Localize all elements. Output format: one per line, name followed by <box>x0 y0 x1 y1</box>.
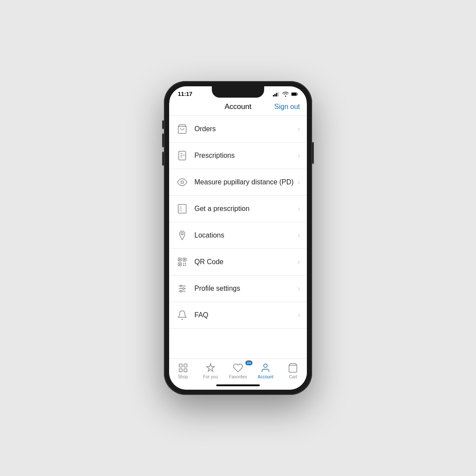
locations-chevron: › <box>298 231 300 239</box>
wifi-icon <box>282 92 289 97</box>
menu-item-get-prescription[interactable]: E FP TOZ Get a prescription › <box>169 196 307 222</box>
sign-out-button[interactable]: Sign out <box>274 103 300 111</box>
get-prescription-chevron: › <box>298 205 300 213</box>
shop-tab-icon <box>177 362 189 374</box>
profile-settings-label: Profile settings <box>194 285 298 292</box>
page-title: Account <box>224 102 251 111</box>
prescriptions-label: Prescriptions <box>194 152 298 160</box>
qr-code-label: QR Code <box>194 258 298 266</box>
svg-rect-30 <box>184 369 187 372</box>
svg-rect-2 <box>276 93 277 96</box>
tab-bar: Shop For you 24 Favorites <box>169 358 307 381</box>
svg-rect-28 <box>184 364 187 367</box>
svg-point-9 <box>181 181 184 184</box>
orders-chevron: › <box>298 125 300 133</box>
svg-rect-3 <box>278 92 279 96</box>
shop-tab-label: Shop <box>178 374 188 379</box>
tab-shop[interactable]: Shop <box>171 362 195 379</box>
svg-rect-29 <box>179 369 182 372</box>
svg-text:Rx: Rx <box>183 153 187 157</box>
battery-icon <box>291 92 298 97</box>
menu-item-faq[interactable]: FAQ › <box>169 302 307 329</box>
signal-icon <box>273 92 280 97</box>
home-bar <box>216 384 260 386</box>
qr-code-chevron: › <box>298 258 300 266</box>
favorites-badge: 24 <box>245 360 253 365</box>
faq-label: FAQ <box>194 311 298 319</box>
location-icon <box>176 229 188 241</box>
notch <box>212 86 264 98</box>
cart-tab-icon <box>287 362 299 374</box>
svg-rect-0 <box>273 95 274 96</box>
account-tab-icon <box>260 362 271 374</box>
svg-point-31 <box>264 364 267 367</box>
sliders-icon <box>176 282 188 295</box>
qr-icon <box>176 256 188 268</box>
svg-rect-18 <box>179 259 180 260</box>
svg-rect-19 <box>184 259 185 260</box>
menu-item-prescriptions[interactable]: Rx Prescriptions › <box>169 143 307 169</box>
heart-tab-icon <box>232 362 244 374</box>
sparkle-tab-icon <box>205 362 216 374</box>
eye-chart-icon: E FP TOZ <box>176 203 188 215</box>
menu-item-pupillary-distance[interactable]: Measure pupillary distance (PD) › <box>169 169 307 196</box>
menu-item-orders[interactable]: Orders › <box>169 116 307 143</box>
faq-chevron: › <box>298 311 300 319</box>
rx-icon: Rx <box>176 150 188 162</box>
phone-frame: 11:17 <box>164 81 312 395</box>
favorites-tab-label: Favorites <box>229 374 247 379</box>
get-prescription-label: Get a prescription <box>194 205 298 213</box>
status-icons <box>273 92 298 97</box>
pupillary-distance-chevron: › <box>298 178 300 186</box>
status-bar: 11:17 <box>169 86 307 99</box>
menu-item-qr-code[interactable]: QR Code › <box>169 249 307 275</box>
prescriptions-chevron: › <box>298 152 300 160</box>
home-indicator <box>169 381 307 390</box>
menu-list: Orders › Rx Prescriptions › <box>169 116 307 358</box>
menu-item-locations[interactable]: Locations › <box>169 222 307 249</box>
phone-screen: 11:17 <box>169 86 307 390</box>
orders-label: Orders <box>194 125 298 133</box>
svg-point-24 <box>180 285 182 287</box>
locations-label: Locations <box>194 231 298 239</box>
tab-cart[interactable]: Cart <box>281 362 305 379</box>
cart-tab-label: Cart <box>289 374 297 379</box>
svg-point-14 <box>181 233 184 235</box>
account-tab-label: Account <box>258 374 273 379</box>
svg-point-25 <box>183 288 184 289</box>
profile-settings-chevron: › <box>298 285 300 292</box>
svg-rect-27 <box>179 364 182 367</box>
svg-rect-20 <box>179 264 180 265</box>
tab-favorites[interactable]: 24 Favorites <box>226 362 250 379</box>
tab-account[interactable]: Account <box>254 362 278 379</box>
svg-rect-1 <box>275 94 276 96</box>
bell-icon <box>176 309 188 321</box>
bag-icon <box>176 123 188 135</box>
nav-header: Account Sign out <box>169 99 307 116</box>
eye-icon <box>176 176 188 188</box>
menu-item-profile-settings[interactable]: Profile settings › <box>169 275 307 302</box>
status-time: 11:17 <box>178 91 192 97</box>
for-you-tab-label: For you <box>203 374 218 379</box>
tab-for-you[interactable]: For you <box>198 362 222 379</box>
pupillary-distance-label: Measure pupillary distance (PD) <box>194 178 298 187</box>
svg-text:TOZ: TOZ <box>179 210 183 212</box>
svg-point-26 <box>180 290 182 292</box>
svg-rect-5 <box>292 93 296 95</box>
